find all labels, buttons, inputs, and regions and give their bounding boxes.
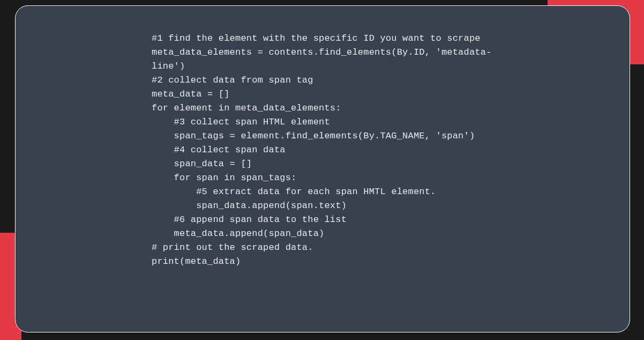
code-line: #4 collect span data bbox=[152, 143, 630, 157]
code-line: meta_data_elements = contents.find_eleme… bbox=[152, 46, 630, 60]
code-line: meta_data = [] bbox=[152, 87, 630, 101]
code-line: span_tags = element.find_elements(By.TAG… bbox=[152, 129, 630, 143]
code-line: # print out the scraped data. bbox=[152, 241, 630, 255]
code-line: for span in span_tags: bbox=[152, 171, 630, 185]
code-line: #6 append span data to the list bbox=[152, 213, 630, 227]
code-line: #1 find the element with the specific ID… bbox=[152, 32, 630, 46]
code-line: #3 collect span HTML element bbox=[152, 115, 630, 129]
code-line: #5 extract data for each span HMTL eleme… bbox=[152, 185, 630, 199]
code-line: print(meta_data) bbox=[152, 255, 630, 269]
code-block-panel: #1 find the element with the specific ID… bbox=[15, 5, 630, 332]
code-line: for element in meta_data_elements: bbox=[152, 101, 630, 115]
code-line: #2 collect data from span tag bbox=[152, 73, 630, 87]
code-line: span_data = [] bbox=[152, 157, 630, 171]
code-line: meta_data.append(span_data) bbox=[152, 227, 630, 241]
code-line: line') bbox=[152, 60, 630, 73]
code-line: span_data.append(span.text) bbox=[152, 199, 630, 213]
